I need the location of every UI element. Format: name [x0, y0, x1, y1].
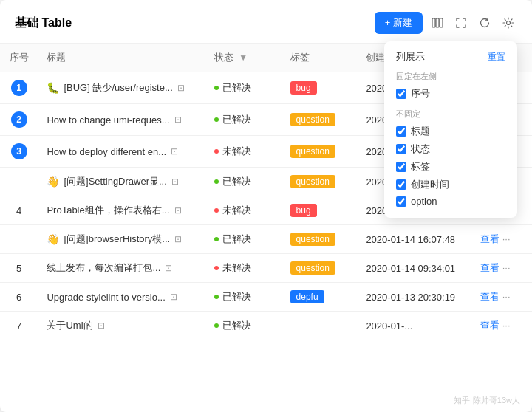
title-cell-td: How to change umi-reques... ⊡: [38, 104, 205, 136]
copy-icon[interactable]: ⊡: [165, 263, 172, 273]
action-more[interactable]: ···: [502, 320, 511, 331]
title-text: 关于Umi的: [47, 319, 92, 332]
tag-badge: question: [290, 145, 335, 158]
status-label: 已解决: [222, 319, 251, 332]
status-dot: [214, 266, 219, 270]
action-view-link[interactable]: 查看: [480, 233, 499, 244]
settings-icon-button[interactable]: [499, 14, 517, 32]
seq-cell: 5: [0, 254, 38, 283]
title-cell-td: ProTable组件，操作表格右... ⊡: [38, 196, 205, 225]
columns-icon-button[interactable]: [429, 14, 446, 32]
status-label: 已解决: [222, 175, 251, 188]
copy-icon[interactable]: ⊡: [171, 146, 178, 157]
title-icon: 🐛: [47, 82, 59, 94]
status-label: 已解决: [222, 81, 251, 95]
title-cell-td: How to deploy different en... ⊡: [38, 136, 205, 168]
created-cell: 2020-01-...: [357, 312, 471, 340]
copy-icon[interactable]: ⊡: [98, 320, 105, 331]
tag-cell: question: [282, 225, 358, 254]
action-more[interactable]: ···: [502, 262, 511, 273]
header-actions: + 新建: [375, 12, 517, 34]
copy-icon[interactable]: ⊡: [171, 176, 179, 187]
seq-cell: 6: [0, 283, 38, 312]
action-view-link[interactable]: 查看: [480, 291, 499, 302]
copy-icon[interactable]: ⊡: [174, 234, 182, 244]
status-cell-td: 未解决: [205, 254, 282, 283]
checkbox-option-label: option: [411, 196, 437, 207]
title-text: [BUG] 缺少/user/registe...: [64, 81, 172, 95]
status-cell: 已解决: [214, 175, 273, 188]
action-cell: 查看···: [471, 312, 532, 340]
pinned-section-label: 固定在左侧: [396, 71, 505, 82]
fullscreen-icon-button[interactable]: [452, 14, 470, 32]
checkbox-item-option[interactable]: option: [396, 193, 505, 209]
action-view-link[interactable]: 查看: [480, 262, 499, 273]
status-cell-td: 未解决: [205, 136, 282, 168]
tag-badge: question: [290, 113, 335, 126]
title-cell: How to change umi-reques... ⊡: [47, 114, 196, 126]
title-cell-td: 👋 [问题]browserHistory模... ⊡: [38, 225, 205, 254]
status-cell: 已解决: [214, 81, 273, 95]
title-cell: 🐛 [BUG] 缺少/user/registe... ⊡: [47, 81, 196, 95]
seq-cell: [0, 168, 38, 196]
seq-cell: [0, 225, 38, 254]
checkbox-seq[interactable]: [396, 89, 406, 99]
table-header: 基础 Table + 新建: [0, 0, 532, 44]
checkbox-item-title[interactable]: 标题: [396, 123, 505, 140]
col-header-title: 标题: [38, 44, 205, 72]
columns-icon: [432, 17, 443, 29]
col-header-status[interactable]: 状态 ▼: [205, 44, 282, 72]
column-settings-dropdown: 列展示 重置 固定在左侧 序号 不固定 标题 状态 标签 创建时间 option: [384, 41, 517, 218]
tag-cell: question: [282, 104, 358, 136]
action-more[interactable]: ···: [502, 233, 511, 244]
col-header-tag: 标签: [282, 44, 358, 72]
status-dot: [214, 149, 219, 154]
action-cell: 查看···: [471, 283, 532, 312]
seq-badge: 1: [11, 80, 27, 96]
checkbox-title[interactable]: [396, 126, 406, 137]
dropdown-reset-button[interactable]: 重置: [488, 51, 505, 63]
title-cell-td: 关于Umi的 ⊡: [38, 312, 205, 340]
checkbox-item-seq[interactable]: 序号: [396, 85, 505, 103]
checkbox-created[interactable]: [396, 179, 406, 190]
table-row: 5 线上发布，每次编译打包... ⊡ 未解决 question 2020-01-…: [0, 254, 532, 283]
svg-point-3: [507, 21, 511, 25]
refresh-icon-button[interactable]: [476, 14, 494, 32]
title-text: How to change umi-reques...: [47, 114, 169, 126]
tag-cell: question: [282, 168, 358, 196]
action-more[interactable]: ···: [502, 291, 511, 302]
title-text: [问题]SettingDrawer显...: [64, 175, 166, 188]
copy-icon[interactable]: ⊡: [174, 205, 182, 216]
status-filter-icon: ▼: [239, 52, 248, 63]
svg-rect-0: [432, 18, 435, 27]
seq-text: 6: [16, 292, 21, 303]
copy-icon[interactable]: ⊡: [170, 292, 177, 302]
checkbox-created-label: 创建时间: [411, 178, 449, 191]
checkbox-option[interactable]: [396, 196, 406, 207]
created-cell: 2020-01-13 20:30:19: [357, 283, 471, 312]
checkbox-status[interactable]: [396, 144, 406, 154]
status-cell: 已解决: [214, 319, 273, 332]
title-cell-td: 线上发布，每次编译打包... ⊡: [38, 254, 205, 283]
new-button[interactable]: + 新建: [375, 12, 423, 34]
title-text: How to deploy different en...: [47, 146, 166, 157]
tag-badge: bug: [290, 81, 317, 95]
title-icon: 👋: [47, 233, 59, 245]
status-cell-td: 已解决: [205, 312, 282, 340]
copy-icon[interactable]: ⊡: [177, 83, 185, 93]
checkbox-item-status[interactable]: 状态: [396, 140, 505, 158]
status-label: 未解决: [222, 204, 251, 217]
status-dot: [214, 237, 219, 241]
copy-icon[interactable]: ⊡: [174, 114, 182, 125]
status-cell: 未解决: [214, 204, 273, 217]
checkbox-item-created[interactable]: 创建时间: [396, 176, 505, 193]
seq-text: 5: [16, 263, 21, 274]
checkbox-tag-label: 标签: [411, 160, 430, 174]
checkbox-tag[interactable]: [396, 162, 406, 172]
title-cell-td: Upgrade stylelint to versio... ⊡: [38, 283, 205, 312]
action-cell: 查看···: [471, 254, 532, 283]
action-view-link[interactable]: 查看: [480, 320, 499, 331]
tag-cell: [282, 312, 358, 340]
status-cell-td: 未解决: [205, 196, 282, 225]
checkbox-item-tag[interactable]: 标签: [396, 158, 505, 176]
